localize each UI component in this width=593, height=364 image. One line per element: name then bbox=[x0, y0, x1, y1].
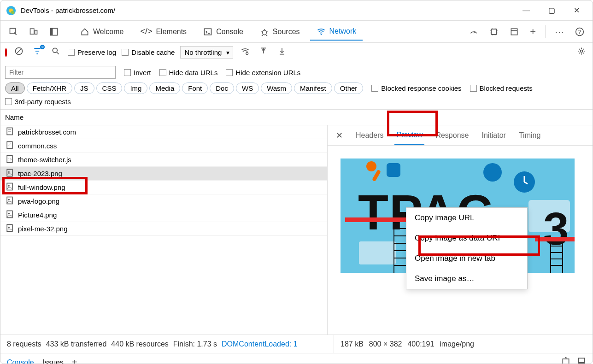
request-list: patrickbrosset.comcommon.cssJStheme-swit… bbox=[0, 125, 328, 335]
invert-checkbox[interactable]: Invert bbox=[124, 69, 151, 76]
throttling-select[interactable]: No throttling bbox=[180, 46, 233, 59]
filter-chip-js[interactable]: JS bbox=[74, 82, 94, 94]
filter-chip-all[interactable]: All bbox=[5, 82, 25, 94]
blocked-requests-checkbox[interactable]: Blocked requests bbox=[470, 84, 533, 92]
svg-rect-56 bbox=[578, 362, 584, 364]
help-button[interactable]: ? bbox=[571, 23, 588, 40]
svg-rect-30 bbox=[7, 170, 12, 176]
request-row[interactable]: patrickbrosset.com bbox=[0, 125, 327, 139]
img-file-icon bbox=[5, 210, 14, 220]
detail-tab-headers[interactable]: Headers bbox=[354, 127, 385, 144]
request-name: common.css bbox=[18, 142, 57, 150]
drawer-tab-issues[interactable]: Issues bbox=[42, 358, 64, 364]
context-item-copy-data-uri[interactable]: Copy image as data URI bbox=[406, 228, 527, 248]
brackets-icon: </> bbox=[140, 27, 152, 36]
filter-chip-ws[interactable]: WS bbox=[236, 82, 259, 94]
name-column-header[interactable]: Name bbox=[0, 110, 593, 125]
performance-icon[interactable] bbox=[465, 23, 482, 40]
application-icon[interactable] bbox=[506, 23, 523, 40]
filter-chip-manifest[interactable]: Manifest bbox=[294, 82, 332, 94]
drawer: Console Issues + bbox=[0, 353, 593, 364]
request-row[interactable]: pwa-logo.png bbox=[0, 194, 327, 208]
svg-rect-27 bbox=[7, 142, 12, 149]
download-har-button[interactable] bbox=[276, 46, 288, 59]
svg-line-17 bbox=[17, 49, 21, 53]
svg-rect-11 bbox=[491, 29, 497, 35]
close-detail-button[interactable]: ✕ bbox=[334, 129, 345, 142]
svg-point-9 bbox=[263, 30, 266, 35]
request-row[interactable]: JStheme-switcher.js bbox=[0, 153, 327, 167]
search-button[interactable] bbox=[49, 46, 62, 59]
svg-point-39 bbox=[8, 227, 10, 228]
request-name: theme-switcher.js bbox=[18, 156, 71, 164]
detail-tab-timing[interactable]: Timing bbox=[517, 127, 542, 144]
filter-chip-other[interactable]: Other bbox=[334, 82, 364, 94]
css-file-icon bbox=[5, 141, 14, 151]
record-button[interactable] bbox=[5, 49, 7, 56]
request-row[interactable]: Picture4.png bbox=[0, 208, 327, 222]
network-conditions-button[interactable] bbox=[239, 46, 252, 59]
js-file-icon: JS bbox=[5, 154, 14, 165]
filter-chip-wasm[interactable]: Wasm bbox=[261, 82, 292, 94]
request-name: pixel-me-32.png bbox=[18, 225, 68, 233]
filter-chip-doc[interactable]: Doc bbox=[210, 82, 234, 94]
detail-tab-initiator[interactable]: Initiator bbox=[480, 127, 507, 144]
clear-button[interactable] bbox=[12, 46, 25, 59]
request-row[interactable]: full-window.png bbox=[0, 181, 327, 194]
svg-point-23 bbox=[581, 50, 583, 53]
filter-chip-font[interactable]: Font bbox=[182, 82, 208, 94]
disable-cache-checkbox[interactable]: Disable cache bbox=[122, 48, 175, 56]
filter-chip-media[interactable]: Media bbox=[149, 82, 180, 94]
network-settings-button[interactable] bbox=[575, 46, 588, 59]
console-icon bbox=[203, 27, 212, 36]
memory-icon[interactable] bbox=[486, 23, 502, 40]
tab-welcome[interactable]: Welcome bbox=[74, 23, 130, 40]
preserve-log-checkbox[interactable]: Preserve log bbox=[68, 48, 116, 56]
tab-label: Elements bbox=[156, 28, 187, 36]
tab-sources[interactable]: Sources bbox=[253, 23, 306, 40]
inspect-button[interactable] bbox=[5, 23, 22, 40]
filter-input[interactable] bbox=[5, 66, 116, 79]
tab-network[interactable]: Network bbox=[310, 23, 363, 41]
drawer-tab-console[interactable]: Console bbox=[7, 358, 34, 364]
blocked-cookies-checkbox[interactable]: Blocked response cookies bbox=[371, 84, 461, 92]
maximize-button[interactable]: ▢ bbox=[545, 3, 559, 18]
close-button[interactable]: ✕ bbox=[570, 3, 583, 18]
filter-chip-css[interactable]: CSS bbox=[96, 82, 123, 94]
dock-button[interactable] bbox=[46, 23, 62, 40]
request-row[interactable]: tpac-2023.png bbox=[0, 167, 327, 181]
more-button[interactable]: ⋯ bbox=[551, 23, 568, 41]
drawer-add-button[interactable]: + bbox=[72, 357, 77, 364]
drawer-expand-button[interactable] bbox=[561, 357, 570, 364]
filter-chip-fetchxhr[interactable]: Fetch/XHR bbox=[27, 82, 72, 94]
request-row[interactable]: pixel-me-32.png bbox=[0, 222, 327, 236]
tab-label: Welcome bbox=[93, 28, 123, 36]
add-tab-button[interactable]: + bbox=[526, 22, 540, 41]
detail-tab-response[interactable]: Response bbox=[434, 127, 470, 144]
minimize-button[interactable]: — bbox=[519, 4, 534, 18]
status-bar: 8 requests 433 kB transferred 440 kB res… bbox=[0, 335, 593, 353]
context-item-open-new-tab[interactable]: Open image in new tab bbox=[406, 248, 527, 269]
svg-rect-38 bbox=[7, 225, 12, 232]
tab-console[interactable]: Console bbox=[197, 23, 250, 40]
svg-rect-34 bbox=[7, 197, 12, 204]
hide-extension-urls-checkbox[interactable]: Hide extension URLs bbox=[226, 69, 300, 76]
filter-toggle-button[interactable]: ✕ bbox=[31, 46, 44, 59]
window-title: DevTools - patrickbrosset.com/ bbox=[21, 6, 115, 14]
context-item-copy-url[interactable]: Copy image URL bbox=[406, 208, 527, 228]
status-size: 187 kB bbox=[341, 340, 364, 348]
upload-har-button[interactable] bbox=[257, 46, 270, 59]
bug-icon bbox=[260, 27, 269, 36]
svg-rect-32 bbox=[7, 183, 12, 190]
context-item-save-as[interactable]: Save image as… bbox=[406, 269, 527, 289]
hide-data-urls-checkbox[interactable]: Hide data URLs bbox=[159, 69, 218, 76]
filter-chip-img[interactable]: Img bbox=[124, 82, 147, 94]
svg-point-10 bbox=[320, 34, 322, 35]
tab-elements[interactable]: </>Elements bbox=[134, 23, 193, 40]
third-party-checkbox[interactable]: 3rd-party requests bbox=[5, 98, 71, 106]
detail-tab-preview[interactable]: Preview bbox=[394, 126, 424, 145]
svg-text:?: ? bbox=[578, 29, 581, 35]
drawer-dock-button[interactable] bbox=[577, 357, 586, 364]
request-row[interactable]: common.css bbox=[0, 139, 327, 153]
device-toolbar-button[interactable] bbox=[25, 23, 42, 40]
